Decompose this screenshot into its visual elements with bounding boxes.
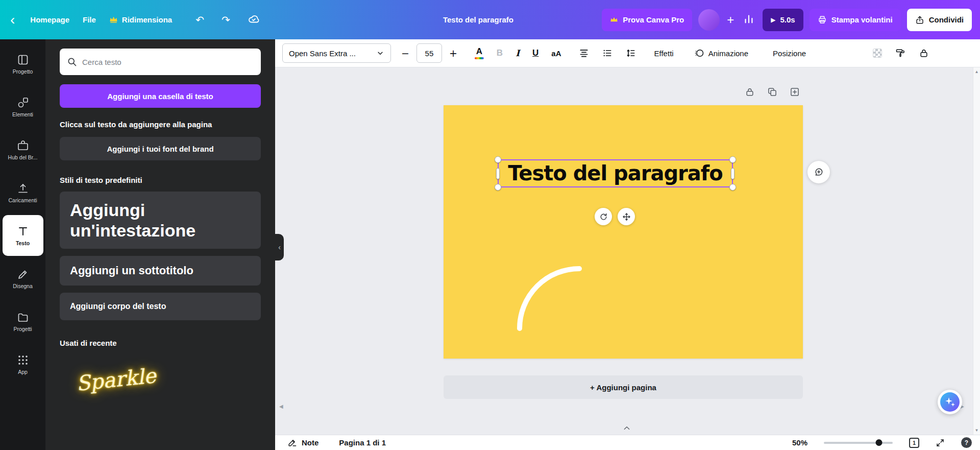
recent-heading: Usati di recente (60, 339, 261, 347)
panel-hint: Clicca sul testo da aggiungere alla pagi… (60, 120, 261, 129)
design-page[interactable] (444, 105, 803, 359)
zoom-slider[interactable] (824, 439, 893, 446)
fullscreen-button[interactable] (936, 438, 945, 447)
avatar[interactable] (698, 9, 720, 31)
animation-label: Animazione (708, 49, 748, 58)
zoom-level[interactable]: 50% (792, 438, 807, 447)
redo-icon[interactable]: ↷ (219, 15, 232, 25)
color-gradient-bar (475, 57, 484, 59)
text-color-button[interactable]: A (475, 47, 484, 59)
file-menu[interactable]: File (83, 15, 96, 24)
comment-button[interactable] (807, 161, 830, 183)
sidebar-rail: Progetto Elementi Hub del Br... Caricame… (0, 39, 45, 450)
search-icon (67, 57, 77, 67)
animation-button[interactable]: Animazione (694, 48, 748, 58)
style-card-body[interactable]: Aggiungi corpo del testo (60, 293, 261, 320)
align-center-icon (579, 48, 589, 58)
duplicate-page-button[interactable] (767, 87, 777, 97)
add-member-icon[interactable]: + (726, 13, 735, 27)
back-icon[interactable]: ‹ (8, 13, 17, 27)
selection-handle-ne[interactable] (729, 156, 736, 163)
selection-handle-se[interactable] (729, 184, 736, 191)
selection-handle-sw[interactable] (495, 184, 501, 191)
grid-view-button[interactable]: 1 (909, 438, 919, 448)
add-page-icon-button[interactable] (790, 87, 800, 97)
homepage-link[interactable]: Homepage (30, 15, 69, 24)
list-button[interactable] (602, 48, 612, 58)
scroll-down-arrow[interactable]: ▼ (975, 428, 979, 433)
style-card-heading[interactable]: Aggiungi un'intestazione (60, 192, 261, 249)
alignment-button[interactable] (579, 48, 589, 58)
effects-button[interactable]: Effetti (654, 49, 674, 58)
copy-style-button[interactable] (895, 48, 905, 58)
rail-item-hub-del-brand[interactable]: Hub del Br... (3, 129, 43, 170)
canvas-area[interactable]: Testo del paragrafo + Aggiungi pagina (275, 67, 980, 435)
bold-button[interactable]: B (497, 48, 503, 58)
rail-item-progetti[interactable]: Progetti (3, 301, 43, 342)
selection-handle-nw[interactable] (495, 156, 501, 163)
selected-text[interactable]: Testo del paragrafo (499, 160, 732, 186)
main-area: Open Sans Extra ... − 55 + A B I U aA (275, 39, 980, 450)
rail-item-progetto[interactable]: Progetto (3, 43, 43, 84)
recent-text-style-sparkle[interactable]: Sparkle (75, 364, 157, 395)
lock-button[interactable] (919, 48, 929, 58)
share-button-label: Condividi (929, 15, 964, 24)
document-title[interactable]: Testo del paragrafo (443, 15, 513, 24)
rail-item-testo[interactable]: Testo (3, 215, 43, 256)
rail-item-caricamenti[interactable]: Caricamenti (3, 172, 43, 213)
rail-item-disegna[interactable]: Disegna (3, 258, 43, 299)
zoom-slider-thumb[interactable] (876, 439, 883, 446)
search-box[interactable] (60, 49, 261, 75)
notes-button[interactable]: Note (287, 438, 318, 447)
scroll-left-arrow[interactable]: ◀ (279, 404, 283, 409)
style-card-subheading[interactable]: Aggiungi un sottotitolo (60, 256, 261, 286)
expand-statusbar-chevron[interactable] (620, 424, 634, 432)
add-page-button[interactable]: + Aggiungi pagina (444, 375, 803, 399)
lock-page-button[interactable] (745, 87, 755, 97)
selection-handle-left[interactable] (496, 168, 500, 179)
transparency-button[interactable] (873, 49, 882, 58)
font-size-value[interactable]: 55 (416, 43, 442, 63)
text-panel: Aggiungi una casella di testo Clicca sul… (45, 39, 275, 450)
help-button[interactable]: ? (961, 437, 972, 448)
case-button[interactable]: aA (551, 49, 561, 58)
zoom-slider-track (824, 442, 893, 444)
rail-item-app[interactable]: App (3, 344, 43, 385)
resize-label: Ridimensiona (122, 15, 172, 24)
vertical-scrollbar[interactable]: ▲ ▼ (973, 67, 980, 435)
font-selector[interactable]: Open Sans Extra ... (282, 43, 391, 63)
page-indicator[interactable]: Pagina 1 di 1 (339, 438, 386, 447)
scroll-up-arrow[interactable]: ▲ (975, 69, 979, 74)
print-flyers-button[interactable]: Stampa volantini (810, 9, 901, 31)
resize-menu[interactable]: Ridimensiona (109, 15, 172, 24)
draw-icon (17, 268, 29, 280)
try-pro-button[interactable]: Prova Canva Pro (602, 9, 692, 31)
underline-button[interactable]: U (532, 48, 538, 58)
share-button[interactable]: Condividi (907, 9, 972, 31)
design-icon (17, 54, 29, 66)
search-input[interactable] (82, 58, 254, 66)
insights-icon[interactable] (741, 13, 756, 26)
text-selection-box[interactable]: Testo del paragrafo (498, 159, 733, 187)
italic-button[interactable]: I (516, 48, 520, 58)
brand-fonts-button[interactable]: Aggiungi i tuoi font del brand (60, 137, 261, 160)
rotate-handle-button[interactable] (595, 208, 612, 225)
chevron-down-icon (376, 49, 384, 57)
font-size-increase-button[interactable]: + (445, 48, 461, 59)
selection-handle-right[interactable] (731, 168, 734, 179)
ai-assistant-button[interactable] (938, 390, 962, 414)
font-size-decrease-button[interactable]: − (397, 48, 413, 59)
move-handle-button[interactable] (618, 208, 635, 225)
add-textbox-button[interactable]: Aggiungi una casella di testo (60, 84, 261, 108)
projects-icon (17, 311, 29, 323)
panel-collapse-tab[interactable]: ‹ (275, 234, 284, 260)
rail-item-elementi[interactable]: Elementi (3, 86, 43, 127)
undo-icon[interactable]: ↶ (193, 15, 206, 25)
duration-button[interactable]: ▶ 5.0s (763, 9, 803, 31)
cloud-saved-icon[interactable] (246, 13, 262, 27)
spacing-button[interactable] (626, 48, 636, 58)
curve-element[interactable] (444, 105, 803, 359)
position-button[interactable]: Posizione (773, 49, 806, 58)
line-spacing-icon (626, 48, 636, 58)
elements-icon (17, 97, 29, 109)
